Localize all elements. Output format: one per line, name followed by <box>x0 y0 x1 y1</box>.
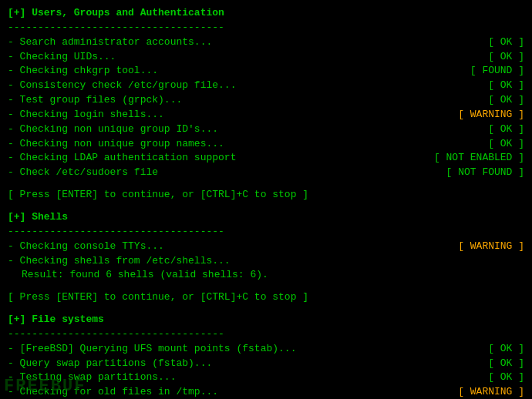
status-not-enabled: [ NOT ENABLED ] <box>434 151 524 166</box>
check-text: - Checking console TTYs... <box>8 240 164 254</box>
section-header-users: [+] Users, Groups and Authentication <box>8 6 524 21</box>
status-ok: [ OK ] <box>488 122 524 137</box>
section-users-groups: [+] Users, Groups and Authentication ---… <box>8 6 524 203</box>
section-shells: [+] Shells -----------------------------… <box>8 210 524 305</box>
check-text: - Consistency check /etc/group file... <box>8 79 236 93</box>
press-enter-users: [ Press [ENTER] to continue, or [CTRL]+C… <box>8 188 524 203</box>
check-line: - Query swap partitions (fstab)... [ OK … <box>8 357 524 371</box>
check-text: - Search administrator accounts... <box>8 35 212 50</box>
check-text: - Query swap partitions (fstab)... <box>8 357 212 371</box>
check-line: - Checking non unique group names... [ O… <box>8 137 524 152</box>
status-ok: [ OK ] <box>488 342 524 357</box>
check-text: - Checking UIDs... <box>8 50 116 65</box>
check-line: - Checking console TTYs... [ WARNING ] <box>8 240 524 254</box>
status-found: [ FOUND ] <box>470 64 524 79</box>
watermark: FREEBUF <box>0 374 532 399</box>
check-line: - Checking chkgrp tool... [ FOUND ] <box>8 64 524 79</box>
check-line: - Checking UIDs... [ OK ] <box>8 50 524 65</box>
status-warning: [ WARNING ] <box>458 240 524 254</box>
section-header-shells: [+] Shells <box>8 210 524 225</box>
section-header-filesystems: [+] File systems <box>8 313 524 327</box>
check-text: - Checking non unique group names... <box>8 137 224 152</box>
check-line: - Checking login shells... [ WARNING ] <box>8 108 524 122</box>
check-line: - Checking shells from /etc/shells... <box>8 254 524 269</box>
result-line-shells: Result: found 6 shells (valid shells: 6)… <box>8 268 524 283</box>
check-line: - Test group files (grpck)... [ OK ] <box>8 93 524 108</box>
status-ok: [ OK ] <box>488 79 524 93</box>
section-divider-shells: ------------------------------------ <box>8 225 524 240</box>
check-line: - Checking non unique group ID's... [ OK… <box>8 122 524 137</box>
section-divider-filesystems: ------------------------------------ <box>8 327 524 342</box>
check-text: - Checking shells from /etc/shells... <box>8 254 231 269</box>
status-ok: [ OK ] <box>488 137 524 152</box>
status-ok: [ OK ] <box>488 357 524 371</box>
status-warning: [ WARNING ] <box>458 108 524 122</box>
section-divider-users: ------------------------------------ <box>8 21 524 35</box>
check-text: - Check /etc/sudoers file <box>8 166 158 180</box>
check-line: - [FreeBSD] Querying UFS mount points (f… <box>8 342 524 357</box>
status-ok: [ OK ] <box>488 50 524 65</box>
check-text: - Checking login shells... <box>8 108 164 122</box>
check-line: - Check /etc/sudoers file [ NOT FOUND ] <box>8 166 524 180</box>
press-enter-shells: [ Press [ENTER] to continue, or [CTRL]+C… <box>8 290 524 305</box>
check-text: - Checking non unique group ID's... <box>8 122 218 137</box>
check-line: - Consistency check /etc/group file... [… <box>8 79 524 93</box>
status-ok: [ OK ] <box>488 93 524 108</box>
terminal: [+] Users, Groups and Authentication ---… <box>8 6 524 399</box>
check-line: - Checking LDAP authentication support [… <box>8 151 524 166</box>
check-line: - Search administrator accounts... [ OK … <box>8 35 524 50</box>
status-not-found: [ NOT FOUND ] <box>446 166 524 180</box>
check-text: - Checking chkgrp tool... <box>8 64 158 79</box>
status-ok: [ OK ] <box>488 35 524 50</box>
check-text: - Checking LDAP authentication support <box>8 151 236 166</box>
check-text: - Test group files (grpck)... <box>8 93 182 108</box>
check-text: - [FreeBSD] Querying UFS mount points (f… <box>8 342 296 357</box>
